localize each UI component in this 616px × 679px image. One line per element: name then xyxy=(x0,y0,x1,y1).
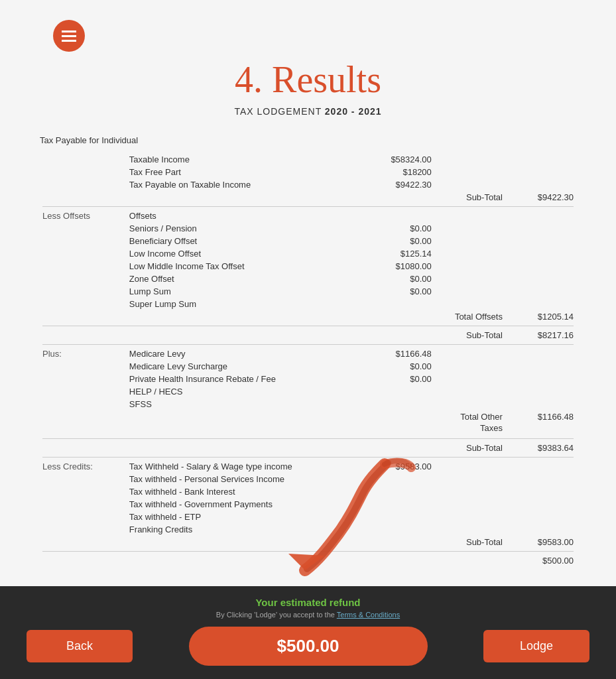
table-row: Tax Payable on Taxable Income $9422.30 xyxy=(40,178,576,191)
subtotal-row-4: Sub-Total $9583.00 xyxy=(40,536,576,548)
table-row: Plus: Medicare Levy $1166.48 xyxy=(40,347,576,360)
footer: Your estimated refund By Clicking 'Lodge… xyxy=(0,586,616,679)
table-row: Lump Sum $0.00 xyxy=(40,285,576,298)
terms-link[interactable]: Terms & Conditions xyxy=(337,611,400,619)
table-row: Tax withheld - Personal Services Income xyxy=(40,473,576,485)
table-row: Medicare Levy Surcharge $0.00 xyxy=(40,360,576,373)
total-offsets-row: Total Offsets $1205.14 xyxy=(40,310,576,323)
menu-button[interactable] xyxy=(53,20,85,52)
tax-free-part-label: Tax Free Part xyxy=(127,166,347,178)
final-value-row: $500.00 xyxy=(40,554,576,567)
table-row: Low Middle Income Tax Offset $1080.00 xyxy=(40,260,576,273)
subtotal-row-3: Sub-Total $9383.64 xyxy=(40,442,576,454)
table-row: Less Credits: Tax Withheld - Salary & Wa… xyxy=(40,460,576,473)
terms-text: By Clicking 'Lodge' you accept to the Te… xyxy=(216,611,400,619)
table-row: Taxable Income $58324.00 xyxy=(40,153,576,166)
divider-row xyxy=(40,436,576,442)
table-row: SFSS xyxy=(40,398,576,410)
table-row: Zone Offset $0.00 xyxy=(40,273,576,285)
tax-free-part-value: $18200 xyxy=(347,166,434,178)
divider-row xyxy=(40,341,576,347)
taxable-income-label: Taxable Income xyxy=(127,153,347,166)
total-other-row: Total OtherTaxes $1166.48 xyxy=(40,410,576,436)
table-row: Private Health Insurance Rebate / Fee $0… xyxy=(40,373,576,385)
lodge-button[interactable]: Lodge xyxy=(483,630,589,662)
section-title: Tax Payable for Individual xyxy=(40,135,576,145)
table-row: Super Lump Sum xyxy=(40,298,576,310)
divider-row xyxy=(40,323,576,329)
table-row: Tax withheld - Government Payments xyxy=(40,498,576,511)
table-row: Less Offsets Offsets xyxy=(40,210,576,222)
refund-label: Your estimated refund xyxy=(255,597,360,608)
table-row: Tax withheld - ETP xyxy=(40,511,576,523)
page-title: 4. Results xyxy=(40,58,576,101)
tax-payable-label: Tax Payable on Taxable Income xyxy=(127,178,347,191)
table-row: Tax withheld - Bank Interest xyxy=(40,485,576,498)
divider-row xyxy=(40,548,576,554)
taxable-income-value: $58324.00 xyxy=(347,153,434,166)
table-row: Low Income Offset $125.14 xyxy=(40,247,576,260)
page-subtitle: TAX LODGEMENT 2020 - 2021 xyxy=(40,106,576,117)
table-row: Tax Free Part $18200 xyxy=(40,166,576,178)
table-row: Beneficiary Offset $0.00 xyxy=(40,235,576,247)
hamburger-icon xyxy=(62,35,76,37)
subtotal-row-2: Sub-Total $8217.16 xyxy=(40,329,576,341)
tax-payable-value: $9422.30 xyxy=(347,178,434,191)
table-row: HELP / HECS xyxy=(40,385,576,398)
subtotal-row-1: Sub-Total $9422.30 xyxy=(40,191,576,204)
table-row: Seniors / Pension $0.00 xyxy=(40,222,576,235)
table-row: Franking Credits xyxy=(40,523,576,536)
divider-row xyxy=(40,454,576,460)
results-table: Taxable Income $58324.00 Tax Free Part $… xyxy=(40,153,576,567)
divider-row xyxy=(40,204,576,210)
refund-amount-button[interactable]: $500.00 xyxy=(189,627,428,666)
back-button[interactable]: Back xyxy=(27,630,133,662)
